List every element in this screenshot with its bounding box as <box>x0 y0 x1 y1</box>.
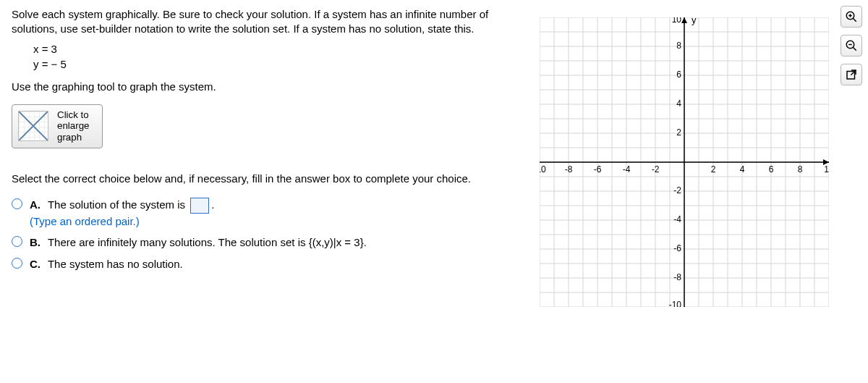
equation-system: x = 3 y = − 5 <box>33 41 518 72</box>
svg-text:-10: -10 <box>669 300 682 307</box>
choice-a-hint: (Type an ordered pair.) <box>30 215 140 227</box>
choice-a-text-after: . <box>211 198 214 211</box>
y-axis-label: y <box>692 17 697 25</box>
svg-text:-2: -2 <box>673 185 681 195</box>
svg-text:-6: -6 <box>594 164 602 174</box>
svg-line-67 <box>853 18 856 22</box>
svg-text:6: 6 <box>769 164 774 174</box>
enlarge-graph-label: Click to enlarge graph <box>57 109 89 144</box>
svg-text:8: 8 <box>798 164 803 174</box>
choice-a-text-before: The solution of the system is <box>48 198 185 211</box>
svg-marker-45 <box>681 17 687 23</box>
choice-c[interactable]: C. The system has no solution. <box>12 256 518 272</box>
choice-c-text: The system has no solution. <box>48 258 183 270</box>
svg-text:2: 2 <box>711 164 716 174</box>
choice-b-letter: B. <box>30 236 41 248</box>
choice-b-text: There are infinitely many solutions. The… <box>48 236 367 248</box>
zoom-out-icon <box>845 39 858 52</box>
svg-text:10: 10 <box>824 164 829 174</box>
svg-text:2: 2 <box>676 127 681 138</box>
choice-c-letter: C. <box>30 258 41 270</box>
svg-text:-8: -8 <box>565 164 573 174</box>
radio-c[interactable] <box>12 258 22 269</box>
zoom-in-icon <box>845 10 858 23</box>
svg-text:-6: -6 <box>673 243 681 253</box>
choice-a-answer-box[interactable] <box>190 198 209 214</box>
svg-text:10: 10 <box>672 17 682 25</box>
radio-a[interactable] <box>12 198 22 209</box>
problem-prompt: Solve each system graphically. Be sure t… <box>12 7 518 37</box>
coordinate-graph[interactable]: -10 -8 -6 -4 -2 2 4 6 8 10 10 8 6 4 <box>532 10 843 321</box>
open-new-window-icon <box>845 68 858 81</box>
graph-instruction: Use the graphing tool to graph the syste… <box>12 80 518 93</box>
equation-1: x = 3 <box>33 41 518 56</box>
select-choice-prompt: Select the correct choice below and, if … <box>12 172 518 186</box>
svg-text:-4: -4 <box>623 164 631 174</box>
equation-2: y = − 5 <box>33 56 518 72</box>
svg-line-71 <box>853 47 856 51</box>
svg-text:4: 4 <box>740 164 745 174</box>
open-new-window-button[interactable] <box>841 64 862 85</box>
svg-text:-8: -8 <box>673 272 681 282</box>
choice-a[interactable]: A. The solution of the system is . (Type… <box>12 197 518 230</box>
choice-a-letter: A. <box>30 198 41 211</box>
svg-text:-2: -2 <box>652 164 660 174</box>
zoom-out-button[interactable] <box>841 35 862 56</box>
svg-text:8: 8 <box>676 41 681 51</box>
graph-thumbnail-icon <box>18 111 48 141</box>
svg-text:4: 4 <box>676 98 681 109</box>
zoom-in-button[interactable] <box>841 6 862 28</box>
svg-text:6: 6 <box>676 70 681 80</box>
radio-b[interactable] <box>12 236 22 247</box>
choice-b[interactable]: B. There are infinitely many solutions. … <box>12 235 518 251</box>
svg-text:-10: -10 <box>540 164 546 174</box>
svg-text:-4: -4 <box>673 214 681 224</box>
enlarge-graph-button[interactable]: Click to enlarge graph <box>12 104 103 149</box>
